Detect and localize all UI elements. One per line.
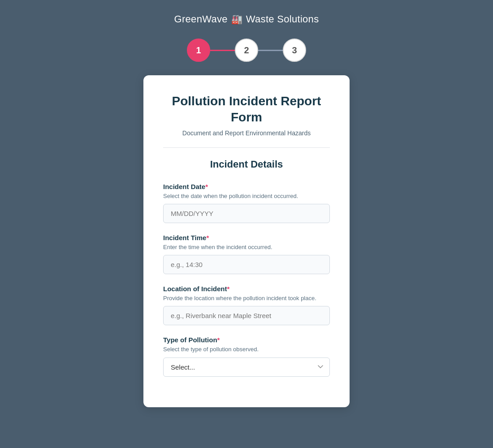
form-subtitle: Document and Report Environmental Hazard… [163,129,330,137]
step-connector-1 [210,50,235,51]
required-star-date: * [205,183,208,190]
header-brand-suffix: Waste Solutions [246,13,319,25]
incident-date-input[interactable] [163,204,330,223]
required-star-location: * [227,285,230,293]
app-header: GreenWave 🏭 Waste Solutions [174,13,319,25]
required-star-time: * [206,234,209,241]
description-incident-time: Enter the time when the incident occurre… [163,243,330,251]
step-2[interactable]: 2 [235,39,258,62]
description-incident-date: Select the date when the pollution incid… [163,192,330,200]
header-brand-name: GreenWave [174,13,228,25]
step-1[interactable]: 1 [187,39,210,62]
location-input[interactable] [163,306,330,325]
field-group-pollution-type: Type of Pollution* Select the type of po… [163,336,330,376]
label-location: Location of Incident* [163,285,330,293]
form-card: Pollution Incident Report Form Document … [143,75,350,407]
required-star-pollution: * [217,336,220,344]
label-pollution-type: Type of Pollution* [163,336,330,344]
field-group-incident-date: Incident Date* Select the date when the … [163,183,330,223]
step-3[interactable]: 3 [283,39,306,62]
description-pollution-type: Select the type of pollution observed. [163,345,330,353]
incident-time-input[interactable] [163,255,330,274]
step-connector-2 [258,50,283,51]
description-location: Provide the location where the pollution… [163,294,330,302]
field-group-location: Location of Incident* Provide the locati… [163,285,330,325]
pollution-type-select[interactable]: Select... Water Pollution Air Pollution … [163,358,330,377]
stepper: 1 2 3 [187,39,306,62]
divider [163,147,330,148]
label-incident-date: Incident Date* [163,183,330,190]
factory-icon: 🏭 [231,14,242,25]
field-group-incident-time: Incident Time* Enter the time when the i… [163,234,330,274]
form-title: Pollution Incident Report Form [163,93,330,126]
label-incident-time: Incident Time* [163,234,330,241]
section-title: Incident Details [163,159,330,170]
